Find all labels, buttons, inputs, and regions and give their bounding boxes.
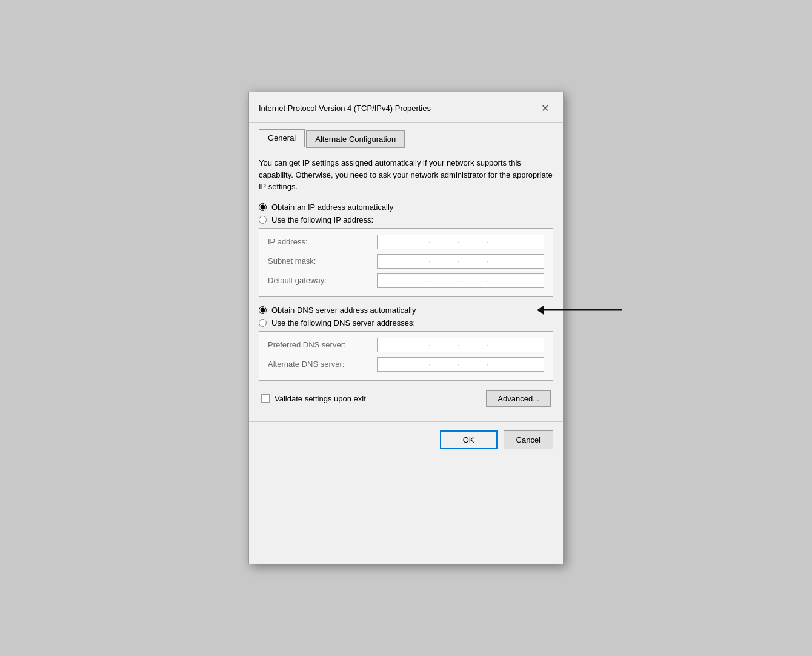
validate-label: Validate settings upon exit: [275, 394, 366, 403]
ip-auto-radio[interactable]: [259, 203, 267, 211]
subnet-mask-label: Subnet mask:: [268, 256, 377, 266]
validate-group: Validate settings upon exit: [261, 394, 366, 403]
preferred-dns-label: Preferred DNS server:: [268, 340, 377, 349]
close-button[interactable]: ✕: [536, 99, 553, 116]
ip-manual-label: Use the following IP address:: [271, 215, 373, 224]
dialog-window: Internet Protocol Version 4 (TCP/IPv4) P…: [248, 92, 564, 564]
ok-button[interactable]: OK: [440, 430, 498, 449]
preferred-dns-row: Preferred DNS server: · · ·: [268, 338, 544, 352]
cancel-button[interactable]: Cancel: [504, 430, 553, 449]
subnet-mask-input[interactable]: · · ·: [377, 254, 544, 269]
arrow-head: [537, 306, 544, 315]
dialog-title: Internet Protocol Version 4 (TCP/IPv4) P…: [259, 104, 431, 113]
ip-radio-group: Obtain an IP address automatically Use t…: [259, 202, 553, 224]
bottom-section: Validate settings upon exit Advanced...: [259, 390, 553, 407]
dns-manual-label: Use the following DNS server addresses:: [271, 318, 415, 327]
dns-manual-radio[interactable]: [259, 319, 267, 327]
ip-manual-radio[interactable]: [259, 216, 267, 224]
dialog-footer: OK Cancel: [249, 421, 563, 458]
default-gateway-row: Default gateway: · · ·: [268, 273, 544, 288]
default-gateway-label: Default gateway:: [268, 276, 377, 285]
advanced-button[interactable]: Advanced...: [486, 390, 551, 407]
alternate-dns-input[interactable]: · · ·: [377, 357, 544, 372]
dns-manual-radio-item[interactable]: Use the following DNS server addresses:: [259, 318, 553, 327]
dns-fields-group: Preferred DNS server: · · · Alternate DN…: [259, 331, 553, 381]
arrow-annotation: [544, 309, 622, 311]
ip-address-row: IP address: · · ·: [268, 235, 544, 249]
dns-radio-group: Obtain DNS server address automatically …: [259, 306, 553, 327]
tab-general[interactable]: General: [259, 129, 305, 147]
preferred-dns-input[interactable]: · · ·: [377, 338, 544, 352]
ip-auto-label: Obtain an IP address automatically: [271, 202, 393, 212]
dns-auto-label: Obtain DNS server address automatically: [271, 306, 416, 315]
validate-checkbox[interactable]: [261, 394, 270, 403]
description-text: You can get IP settings assigned automat…: [259, 157, 553, 193]
dialog-body: General Alternate Configuration You can …: [249, 123, 563, 417]
ip-auto-radio-item[interactable]: Obtain an IP address automatically: [259, 202, 553, 212]
tab-bar: General Alternate Configuration: [259, 129, 553, 147]
subnet-mask-row: Subnet mask: · · ·: [268, 254, 544, 269]
tab-alternate-configuration[interactable]: Alternate Configuration: [306, 130, 405, 148]
ip-fields-group: IP address: · · · Subnet mask: · · · Def…: [259, 228, 553, 297]
title-bar: Internet Protocol Version 4 (TCP/IPv4) P…: [249, 92, 563, 123]
ip-manual-radio-item[interactable]: Use the following IP address:: [259, 215, 553, 224]
alternate-dns-label: Alternate DNS server:: [268, 360, 377, 369]
ip-address-input[interactable]: · · ·: [377, 235, 544, 249]
ip-address-label: IP address:: [268, 237, 377, 246]
default-gateway-input[interactable]: · · ·: [377, 273, 544, 288]
dns-auto-radio-item[interactable]: Obtain DNS server address automatically: [259, 306, 553, 315]
alternate-dns-row: Alternate DNS server: · · ·: [268, 357, 544, 372]
arrow-line: [544, 309, 622, 311]
dns-auto-radio[interactable]: [259, 306, 267, 314]
